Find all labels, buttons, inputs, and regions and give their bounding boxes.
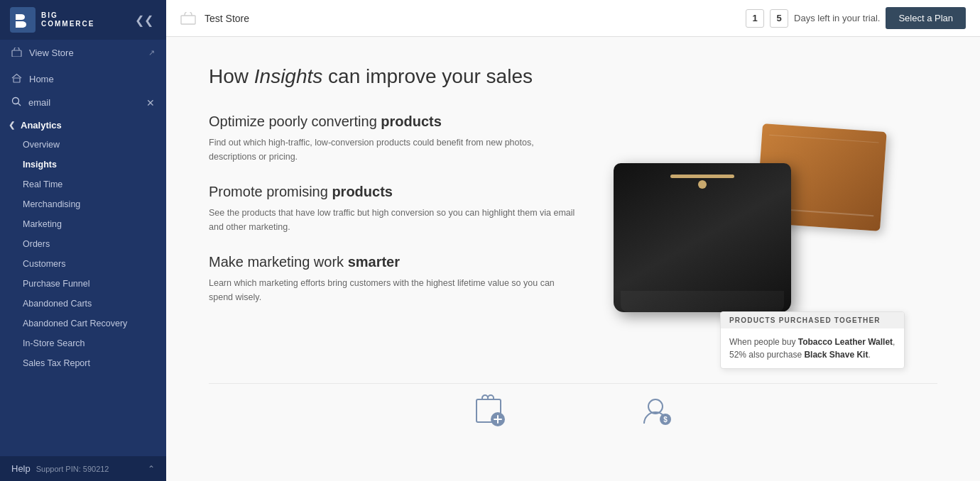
sidebar-item-view-store[interactable]: View Store ↗ bbox=[0, 40, 166, 66]
feature-promote: Promote promising products See the produ… bbox=[209, 184, 578, 234]
select-plan-button[interactable]: Select a Plan bbox=[886, 7, 966, 29]
home-icon bbox=[11, 73, 22, 85]
sidebar-item-purchase-funnel[interactable]: Purchase Funnel bbox=[0, 274, 166, 294]
feature-marketing-title: Make marketing work smarter bbox=[209, 254, 578, 270]
sidebar-collapse-button[interactable]: ❮❮ bbox=[132, 11, 156, 30]
search-close-button[interactable]: ✕ bbox=[146, 97, 155, 109]
tooltip-body-text: When people buy bbox=[729, 337, 798, 347]
sidebar-item-overview[interactable]: Overview bbox=[0, 135, 166, 155]
sidebar-item-abandoned-cart-recovery[interactable]: Abandoned Cart Recovery bbox=[0, 314, 166, 333]
svg-text:$: $ bbox=[663, 416, 668, 424]
sidebar-item-merchandising[interactable]: Merchandising bbox=[0, 194, 166, 214]
store-topbar-icon bbox=[180, 12, 196, 25]
tooltip-body: When people buy Tobacco Leather Wallet, … bbox=[721, 328, 904, 368]
sidebar-item-view-store-label: View Store bbox=[29, 48, 74, 58]
sidebar-item-in-store-search[interactable]: In-Store Search bbox=[0, 333, 166, 353]
feature-marketing-desc: Learn which marketing efforts bring cust… bbox=[209, 276, 578, 304]
sidebar-search-label: email bbox=[28, 97, 50, 108]
main-content: How Insights can improve your sales Opti… bbox=[166, 37, 980, 481]
tooltip-product2: Black Shave Kit bbox=[804, 350, 868, 360]
sidebar-item-marketing[interactable]: Marketing bbox=[0, 214, 166, 234]
features-layout: Optimize poorly converting products Find… bbox=[209, 114, 937, 369]
sidebar-item-abandoned-carts[interactable]: Abandoned Carts bbox=[0, 294, 166, 314]
sidebar-item-home[interactable]: Home bbox=[0, 66, 166, 92]
bag-product-image bbox=[614, 163, 791, 312]
logo-text: BIG COMMERCE bbox=[41, 11, 94, 28]
trial-day-2: 5 bbox=[770, 9, 788, 28]
trial-day-1: 1 bbox=[746, 9, 764, 28]
help-label: Help bbox=[11, 463, 31, 474]
store-name: Test Store bbox=[205, 13, 249, 24]
svg-rect-0 bbox=[10, 7, 36, 33]
svg-rect-4 bbox=[181, 16, 195, 24]
search-icon bbox=[11, 96, 21, 109]
svg-point-3 bbox=[13, 98, 19, 104]
feature-optimize-title: Optimize poorly converting products bbox=[209, 114, 578, 130]
sidebar-item-insights[interactable]: Insights bbox=[0, 155, 166, 175]
external-link-icon: ↗ bbox=[148, 48, 155, 57]
store-icon bbox=[11, 47, 22, 59]
add-product-icon bbox=[472, 392, 509, 429]
bigcommerce-logo-icon bbox=[10, 7, 36, 33]
feature-marketing: Make marketing work smarter Learn which … bbox=[209, 254, 578, 304]
sidebar-item-sales-tax-report[interactable]: Sales Tax Report bbox=[0, 353, 166, 373]
footer-chevron-icon: ⌃ bbox=[148, 464, 155, 474]
svg-rect-2 bbox=[13, 78, 20, 82]
analytics-section: ❮ Analytics Overview Insights Real Time … bbox=[0, 113, 166, 456]
tooltip-card: PRODUCTS PURCHASED TOGETHER When people … bbox=[720, 311, 905, 369]
feature-promote-desc: See the products that have low traffic b… bbox=[209, 206, 578, 234]
features-text: Optimize poorly converting products Find… bbox=[209, 114, 578, 324]
tooltip-header: PRODUCTS PURCHASED TOGETHER bbox=[721, 312, 904, 328]
main-area: Test Store 1 5 Days left in your trial. … bbox=[166, 0, 980, 481]
support-pin: Support PIN: 590212 bbox=[36, 465, 109, 473]
sidebar-search-row: email ✕ bbox=[0, 92, 166, 113]
sidebar-item-real-time[interactable]: Real Time bbox=[0, 175, 166, 194]
feature-optimize-desc: Find out which high-traffic, low-convers… bbox=[209, 136, 578, 164]
page-title: How Insights can improve your sales bbox=[209, 65, 937, 88]
sidebar-item-home-label: Home bbox=[29, 74, 54, 84]
bottom-icons-bar: $ bbox=[209, 383, 937, 438]
feature-promote-title: Promote promising products bbox=[209, 184, 578, 200]
trial-label: Days left in your trial. bbox=[794, 13, 880, 23]
analytics-header[interactable]: ❮ Analytics bbox=[0, 113, 166, 135]
sidebar-footer[interactable]: Help Support PIN: 590212 ⌃ bbox=[0, 456, 166, 481]
chevron-left-icon: ❮ bbox=[9, 121, 15, 130]
sidebar: BIG COMMERCE ❮❮ View Store ↗ Home email … bbox=[0, 0, 166, 481]
feature-optimize: Optimize poorly converting products Find… bbox=[209, 114, 578, 164]
topbar: Test Store 1 5 Days left in your trial. … bbox=[166, 0, 980, 37]
sidebar-logo: BIG COMMERCE ❮❮ bbox=[0, 0, 166, 40]
svg-rect-1 bbox=[12, 50, 21, 57]
customer-money-icon: $ bbox=[637, 392, 674, 429]
trial-info: 1 5 Days left in your trial. Select a Pl… bbox=[746, 7, 966, 29]
tooltip-product1: Tobacco Leather Wallet bbox=[798, 337, 893, 347]
product-visual: PRODUCTS PURCHASED TOGETHER When people … bbox=[606, 114, 905, 369]
sidebar-item-customers[interactable]: Customers bbox=[0, 254, 166, 274]
sidebar-item-orders[interactable]: Orders bbox=[0, 234, 166, 254]
analytics-header-label: Analytics bbox=[21, 120, 62, 131]
tooltip-end-text: . bbox=[868, 350, 870, 360]
